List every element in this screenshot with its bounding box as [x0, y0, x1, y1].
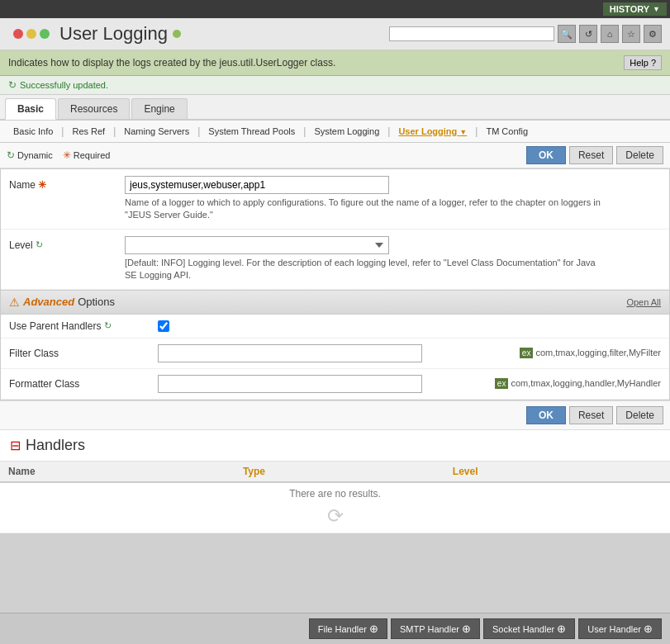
search-input[interactable] [389, 26, 554, 41]
history-button[interactable]: HISTORY ▼ [603, 2, 667, 16]
user-handler-button[interactable]: User Handler ⊕ [578, 618, 662, 639]
bookmark-icon-btn[interactable]: ☆ [622, 25, 640, 43]
search-icon-btn[interactable]: 🔍 [558, 25, 576, 43]
advanced-title: ⚠ Advanced Options [9, 296, 115, 309]
formatter-class-control: excom,tmax,logging,handler,MyHandler [158, 375, 661, 393]
history-label: HISTORY [610, 4, 649, 14]
level-help-text: [Default: INFO] Logging level. For the d… [125, 257, 604, 282]
level-label: Level ↻ [9, 236, 125, 251]
tab-resources[interactable]: Resources [58, 98, 130, 119]
filter-class-row: Filter Class excom,tmax,logging,filter,M… [1, 339, 669, 369]
help-button[interactable]: Help ? [624, 55, 662, 70]
sub-navigation: Basic Info | Res Ref | Naming Servers | … [0, 121, 670, 143]
level-select[interactable]: INFO WARNING SEVERE FINE FINER FINEST AL… [125, 236, 389, 254]
level-field-row: Level ↻ INFO WARNING SEVERE FINE FINER F… [1, 230, 669, 290]
handlers-section: ⊟ Handlers Name Type Level There are no … [0, 430, 670, 533]
action-left: ↻ Dynamic ✳ Required [7, 149, 110, 161]
page-header: User Logging 🔍 ↺ ⌂ ☆ ⚙ [0, 18, 670, 50]
use-parent-handlers-control [158, 320, 661, 332]
advanced-icon: ⚠ [9, 296, 20, 309]
use-parent-handlers-sync-icon[interactable]: ↻ [104, 320, 112, 331]
advanced-italic-label: Advanced [23, 296, 74, 308]
level-sync-icon[interactable]: ↻ [36, 239, 43, 250]
ok-button-top[interactable]: OK [526, 146, 566, 164]
advanced-form: Use Parent Handlers ↻ Filter Class excom… [0, 315, 670, 400]
reset-button-top[interactable]: Reset [569, 146, 613, 164]
history-arrow-icon: ▼ [653, 5, 660, 13]
formatter-class-label: Formatter Class [9, 378, 158, 390]
home-icon-btn[interactable]: ⌂ [601, 25, 619, 43]
ex-tag-formatter: ex [495, 378, 509, 389]
no-results-text: There are no results. [8, 488, 662, 500]
bottom-action-bar: OK Reset Delete [0, 400, 670, 430]
formatter-class-input[interactable] [158, 375, 422, 393]
required-icon: ✳ [63, 149, 71, 161]
info-bar: Indicates how to display the logs create… [0, 50, 670, 76]
dot-green [40, 29, 50, 39]
level-control: INFO WARNING SEVERE FINE FINER FINEST AL… [125, 236, 661, 282]
advanced-rest-label: Options [78, 296, 115, 308]
file-handler-plus-icon: ⊕ [369, 623, 378, 635]
main-tabs: Basic Resources Engine [0, 95, 670, 121]
ex-tag-filter: ex [520, 348, 534, 358]
smtp-handler-button[interactable]: SMTP Handler ⊕ [391, 618, 480, 639]
top-bar: HISTORY ▼ [0, 0, 670, 18]
handlers-icon: ⊟ [10, 438, 21, 453]
success-message: Successfully updated. [20, 80, 108, 90]
filter-class-example: excom,tmax,logging,filter,MyFilter [520, 348, 661, 358]
action-bar: ↻ Dynamic ✳ Required OK Reset Delete [0, 143, 670, 168]
tab-basic[interactable]: Basic [5, 98, 56, 120]
socket-handler-button[interactable]: Socket Handler ⊕ [483, 618, 575, 639]
use-parent-handlers-checkbox[interactable] [158, 320, 169, 332]
subnav-tm-config[interactable]: TM Config [479, 124, 535, 139]
help-icon: ? [651, 58, 656, 68]
advanced-options-header: ⚠ Advanced Options Open All [0, 291, 670, 315]
user-logging-dropdown-icon[interactable]: ▼ [459, 128, 467, 136]
socket-handler-plus-icon: ⊕ [557, 623, 566, 635]
reset-button-bottom[interactable]: Reset [569, 406, 613, 424]
name-input[interactable] [125, 176, 389, 194]
success-refresh-icon: ↻ [8, 79, 17, 91]
col-level: Level [444, 462, 670, 482]
header-right: 🔍 ↺ ⌂ ☆ ⚙ [389, 25, 662, 43]
required-label: ✳ Required [63, 149, 111, 161]
settings-icon-btn[interactable]: ⚙ [644, 25, 662, 43]
refresh-icon-btn[interactable]: ↺ [579, 25, 597, 43]
formatter-class-row: Formatter Class excom,tmax,logging,handl… [1, 369, 669, 400]
delete-button-top[interactable]: Delete [616, 146, 663, 164]
filter-class-input[interactable] [158, 344, 422, 362]
use-parent-handlers-row: Use Parent Handlers ↻ [1, 315, 669, 339]
tab-engine[interactable]: Engine [131, 98, 187, 119]
name-help-text: Name of a logger to which to apply confi… [125, 197, 604, 222]
title-green-dot [173, 30, 181, 38]
no-results-row: There are no results. ⟳ [0, 482, 670, 533]
subnav-res-ref[interactable]: Res Ref [65, 124, 112, 139]
bottom-button-bar: File Handler ⊕ SMTP Handler ⊕ Socket Han… [0, 613, 670, 644]
ok-button-bottom[interactable]: OK [526, 406, 566, 424]
formatter-class-example: excom,tmax,logging,handler,MyHandler [495, 378, 661, 389]
open-all-link[interactable]: Open All [626, 297, 661, 307]
subnav-user-logging[interactable]: User Logging ▼ [392, 124, 473, 139]
name-field-row: Name ✳ Name of a logger to which to appl… [1, 169, 669, 230]
action-right-buttons: OK Reset Delete [526, 146, 663, 164]
info-description: Indicates how to display the logs create… [8, 57, 335, 69]
subnav-naming-servers[interactable]: Naming Servers [117, 124, 196, 139]
handlers-title: Handlers [26, 437, 85, 454]
name-required-star: ✳ [38, 179, 46, 191]
success-bar: ↻ Successfully updated. [0, 76, 670, 95]
use-parent-handlers-label: Use Parent Handlers ↻ [9, 320, 158, 332]
page-title: User Logging [59, 23, 168, 45]
subnav-system-logging[interactable]: System Logging [307, 124, 386, 139]
delete-button-bottom[interactable]: Delete [616, 406, 663, 424]
dot-red [13, 29, 23, 39]
handlers-table: Name Type Level There are no results. ⟳ [0, 462, 670, 533]
file-handler-button[interactable]: File Handler ⊕ [309, 618, 387, 639]
col-type: Type [235, 462, 444, 482]
subnav-basic-info[interactable]: Basic Info [7, 124, 59, 139]
filter-class-control: excom,tmax,logging,filter,MyFilter [158, 344, 661, 362]
subnav-system-thread-pools[interactable]: System Thread Pools [202, 124, 302, 139]
no-results-cell: There are no results. ⟳ [0, 482, 670, 533]
form-section: Name ✳ Name of a logger to which to appl… [0, 168, 670, 291]
smtp-handler-plus-icon: ⊕ [462, 623, 471, 635]
main-content: Name ✳ Name of a logger to which to appl… [0, 168, 670, 632]
